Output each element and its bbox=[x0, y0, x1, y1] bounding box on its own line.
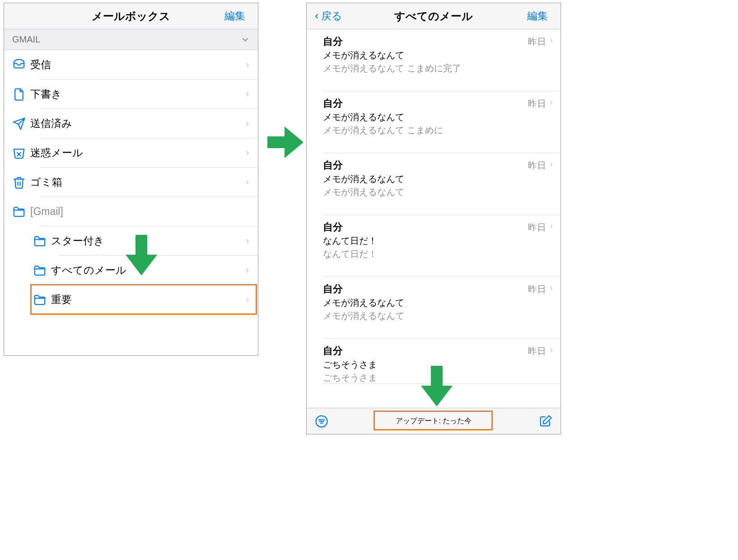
message-row[interactable]: 自分 昨日 メモが消えるなんて メモが消えるなんて bbox=[307, 277, 561, 339]
mailbox-drafts[interactable]: 下書き bbox=[4, 79, 258, 109]
message-subject: メモが消えるなんて bbox=[323, 297, 554, 309]
chevron-right-icon bbox=[244, 178, 258, 187]
mailbox-label: 迷惑メール bbox=[30, 146, 244, 160]
message-preview: メモが消えるなんて bbox=[323, 310, 554, 322]
message-subject: なんて日だ！ bbox=[323, 235, 554, 247]
message-subject: メモが消えるなんて bbox=[323, 49, 554, 61]
mailbox-label: 送信済み bbox=[30, 117, 244, 131]
mailbox-important[interactable]: 重要 bbox=[4, 285, 258, 314]
nav-title: すべてのメール bbox=[307, 9, 561, 23]
arrow-down-annotation bbox=[126, 235, 157, 275]
message-preview: メモが消えるなんて こまめに完了 bbox=[323, 62, 554, 75]
mailbox-label: ゴミ箱 bbox=[30, 175, 244, 189]
inbox-icon bbox=[12, 58, 30, 72]
edit-button[interactable]: 編集 bbox=[224, 9, 252, 23]
chevron-right-icon bbox=[549, 160, 554, 168]
compose-button[interactable] bbox=[539, 415, 552, 428]
message-sender: 自分 bbox=[323, 282, 528, 296]
chevron-right-icon bbox=[244, 90, 258, 99]
message-sender: 自分 bbox=[323, 97, 528, 110]
message-date: 昨日 bbox=[528, 36, 546, 48]
mailbox-label: 下書き bbox=[30, 87, 244, 101]
send-icon bbox=[12, 117, 30, 131]
chevron-right-icon bbox=[244, 266, 258, 275]
mailbox-label: [Gmail] bbox=[30, 205, 258, 218]
account-section-header[interactable]: GMAIL bbox=[4, 29, 258, 50]
section-label: GMAIL bbox=[12, 34, 40, 45]
chevron-right-icon bbox=[244, 61, 258, 70]
chevron-down-icon bbox=[241, 35, 250, 44]
message-row[interactable]: 自分 昨日 メモが消えるなんて メモが消えるなんて こまめに bbox=[307, 91, 561, 153]
chevron-right-icon bbox=[549, 98, 554, 107]
message-date: 昨日 bbox=[528, 345, 546, 357]
mailbox-sent[interactable]: 送信済み bbox=[4, 109, 258, 138]
back-label: 戻る bbox=[321, 9, 342, 23]
mailbox-label: 重要 bbox=[51, 293, 244, 307]
message-date: 昨日 bbox=[528, 221, 546, 233]
message-preview: メモが消えるなんて こまめに bbox=[323, 124, 554, 136]
folder-icon bbox=[12, 205, 30, 219]
status-label: アップデート: たった今 bbox=[328, 416, 539, 426]
folder-icon bbox=[33, 264, 51, 277]
edit-button[interactable]: 編集 bbox=[527, 9, 554, 23]
arrow-down-annotation bbox=[421, 366, 453, 406]
chevron-right-icon bbox=[549, 284, 554, 292]
chevron-right-icon bbox=[549, 222, 554, 230]
filter-button[interactable] bbox=[315, 415, 328, 428]
chevron-right-icon bbox=[549, 346, 554, 354]
message-date: 昨日 bbox=[528, 159, 546, 172]
chevron-right-icon bbox=[244, 237, 258, 246]
message-date: 昨日 bbox=[528, 98, 546, 110]
message-sender: 自分 bbox=[323, 220, 528, 234]
message-sender: 自分 bbox=[323, 35, 528, 48]
folder-icon bbox=[33, 293, 51, 307]
folder-icon bbox=[33, 234, 51, 248]
chevron-right-icon bbox=[244, 149, 258, 158]
nav-title: メールボックス bbox=[4, 9, 258, 23]
mailboxes-screen: メールボックス 編集 GMAIL 受信 下書き 送信済み bbox=[4, 3, 258, 356]
back-button[interactable]: 戻る bbox=[313, 9, 342, 23]
chevron-right-icon bbox=[244, 295, 258, 304]
message-preview: メモが消えるなんて bbox=[323, 186, 554, 198]
mailbox-junk[interactable]: 迷惑メール bbox=[4, 138, 258, 168]
arrow-right-annotation bbox=[267, 126, 304, 158]
mailbox-trash[interactable]: ゴミ箱 bbox=[4, 168, 258, 197]
chevron-left-icon bbox=[313, 10, 320, 22]
document-icon bbox=[12, 88, 30, 101]
mailbox-inbox[interactable]: 受信 bbox=[4, 50, 258, 79]
message-date: 昨日 bbox=[528, 283, 546, 295]
message-sender: 自分 bbox=[323, 159, 528, 172]
message-preview: なんて日だ！ bbox=[323, 248, 554, 260]
chevron-right-icon bbox=[244, 119, 258, 128]
message-sender: 自分 bbox=[323, 344, 528, 358]
message-list: 自分 昨日 メモが消えるなんて メモが消えるなんて こまめに完了 自分 昨日 メ… bbox=[307, 29, 561, 384]
toolbar: アップデート: たった今 bbox=[307, 408, 561, 434]
message-row[interactable]: 自分 昨日 メモが消えるなんて メモが消えるなんて bbox=[307, 153, 561, 215]
message-subject: メモが消えるなんて bbox=[323, 173, 554, 185]
navbar: 戻る すべてのメール 編集 bbox=[307, 3, 561, 29]
message-row[interactable]: 自分 昨日 なんて日だ！ なんて日だ！ bbox=[307, 215, 561, 277]
message-row[interactable]: 自分 昨日 メモが消えるなんて メモが消えるなんて こまめに完了 bbox=[307, 29, 561, 91]
message-subject: メモが消えるなんて bbox=[323, 111, 554, 123]
navbar: メールボックス 編集 bbox=[4, 3, 258, 29]
chevron-right-icon bbox=[549, 37, 554, 45]
mailbox-label: 受信 bbox=[30, 58, 244, 72]
mailbox-gmail-folder[interactable]: [Gmail] bbox=[4, 197, 258, 226]
trash-icon bbox=[12, 176, 30, 189]
junk-icon bbox=[12, 146, 30, 160]
